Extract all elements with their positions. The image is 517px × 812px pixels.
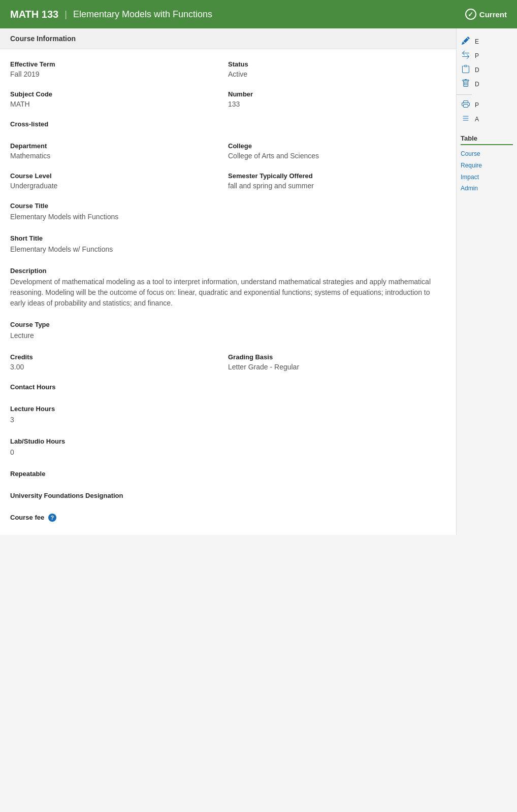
table-link-impact[interactable]: Impact [461, 172, 513, 183]
field-status: Status Active [228, 60, 446, 78]
header-divider: | [64, 9, 67, 20]
table-link-require[interactable]: Require [461, 160, 513, 172]
credits-value: 3.00 [10, 363, 228, 371]
table-link-course[interactable]: Course [461, 148, 513, 160]
field-college: College College of Arts and Sciences [228, 142, 446, 160]
status-label: Status [228, 60, 446, 68]
copy-button[interactable]: D [457, 63, 517, 77]
field-course-fee: Course fee ? [10, 507, 446, 530]
header-status: ✓ Current [465, 9, 507, 20]
row-department-college: Department Mathematics College College o… [10, 136, 446, 166]
list-button[interactable]: A [457, 112, 517, 126]
grading-basis-value: Letter Grade - Regular [228, 363, 446, 371]
row-credits-grading: Credits 3.00 Grading Basis Letter Grade … [10, 347, 446, 377]
college-value: College of Arts and Sciences [228, 152, 446, 160]
header-left: MATH 133 | Elementary Models with Functi… [10, 9, 212, 20]
field-course-title: Course Title Elementary Models with Func… [10, 196, 446, 228]
right-sidebar: E P D [456, 28, 517, 535]
edit-button[interactable]: E [457, 35, 517, 49]
course-code: MATH 133 [10, 9, 58, 20]
field-effective-term: Effective Term Fall 2019 [10, 60, 228, 78]
content-area: Course Information Effective Term Fall 2… [0, 28, 456, 535]
transfer-button[interactable]: P [457, 49, 517, 63]
course-level-value: Undergraduate [10, 182, 228, 190]
main-layout: Course Information Effective Term Fall 2… [0, 28, 517, 535]
grading-basis-label: Grading Basis [228, 353, 446, 361]
course-fee-label: Course fee ? [10, 514, 446, 522]
course-type-label: Course Type [10, 321, 446, 328]
table-title: Table [461, 134, 513, 145]
short-title-label: Short Title [10, 234, 446, 242]
field-lab-studio-hours: Lab/Studio Hours 0 [10, 431, 446, 464]
cross-listed-label: Cross-listed [10, 120, 446, 128]
number-value: 133 [228, 100, 446, 108]
field-credits: Credits 3.00 [10, 353, 228, 371]
course-level-label: Course Level [10, 172, 228, 180]
page-header: MATH 133 | Elementary Models with Functi… [0, 0, 517, 28]
description-label: Description [10, 267, 446, 275]
subject-code-value: MATH [10, 100, 228, 108]
field-description: Description Development of mathematical … [10, 261, 446, 315]
row-level-semester: Course Level Undergraduate Semester Typi… [10, 166, 446, 196]
course-type-value: Lecture [10, 330, 446, 341]
table-link-admin[interactable]: Admin [461, 183, 513, 194]
lecture-hours-value: 3 [10, 415, 446, 425]
department-label: Department [10, 142, 228, 150]
department-value: Mathematics [10, 152, 228, 160]
field-university-foundations: University Foundations Designation [10, 486, 446, 507]
field-subject-code: Subject Code MATH [10, 90, 228, 108]
print-icon [461, 100, 471, 110]
edit-label: E [475, 38, 479, 45]
field-number: Number 133 [228, 90, 446, 108]
lab-studio-hours-label: Lab/Studio Hours [10, 437, 446, 445]
effective-term-label: Effective Term [10, 60, 228, 68]
sidebar-divider-1 [457, 94, 472, 95]
course-fee-info-icon[interactable]: ? [48, 514, 56, 522]
field-semester-offered: Semester Typically Offered fall and spri… [228, 172, 446, 190]
field-grading-basis: Grading Basis Letter Grade - Regular [228, 353, 446, 371]
print-label: P [475, 101, 479, 109]
contact-hours-label: Contact Hours [10, 383, 446, 391]
field-short-title: Short Title Elementary Models w/ Functio… [10, 228, 446, 261]
field-repeatable: Repeatable [10, 464, 446, 486]
transfer-label: P [475, 52, 479, 59]
transfer-icon [461, 51, 471, 61]
effective-term-value: Fall 2019 [10, 70, 228, 78]
college-label: College [228, 142, 446, 150]
semester-offered-value: fall and spring and summer [228, 182, 446, 190]
fields-container: Effective Term Fall 2019 Status Active S… [0, 49, 456, 535]
delete-button[interactable]: D [457, 77, 517, 91]
field-cross-listed: Cross-listed [10, 114, 446, 136]
section-header: Course Information [0, 28, 456, 49]
description-value: Development of mathematical modeling as … [10, 277, 446, 309]
subject-code-label: Subject Code [10, 90, 228, 98]
field-course-type: Course Type Lecture [10, 315, 446, 347]
university-foundations-label: University Foundations Designation [10, 492, 446, 499]
list-label: A [475, 116, 479, 123]
number-label: Number [228, 90, 446, 98]
lab-studio-hours-value: 0 [10, 447, 446, 458]
row-effective-status: Effective Term Fall 2019 Status Active [10, 54, 446, 84]
print-button[interactable]: P [457, 98, 517, 112]
copy-label: D [475, 66, 479, 74]
table-of-contents: Table Course Require Impact Admin [457, 130, 517, 198]
course-title-label: Course Title [10, 202, 446, 210]
copy-icon [461, 65, 471, 75]
repeatable-label: Repeatable [10, 470, 446, 478]
field-department: Department Mathematics [10, 142, 228, 160]
status-value: Active [228, 70, 446, 78]
course-name: Elementary Models with Functions [73, 9, 212, 20]
row-subject-number: Subject Code MATH Number 133 [10, 84, 446, 114]
credits-label: Credits [10, 353, 228, 361]
delete-label: D [475, 81, 479, 88]
status-icon: ✓ [465, 9, 476, 20]
delete-icon [461, 79, 471, 89]
section-title: Course Information [10, 35, 76, 43]
field-lecture-hours: Lecture Hours 3 [10, 399, 446, 431]
edit-icon [461, 37, 471, 47]
course-title-value: Elementary Models with Functions [10, 212, 446, 222]
field-course-level: Course Level Undergraduate [10, 172, 228, 190]
field-contact-hours: Contact Hours [10, 377, 446, 399]
short-title-value: Elementary Models w/ Functions [10, 244, 446, 255]
lecture-hours-label: Lecture Hours [10, 405, 446, 413]
